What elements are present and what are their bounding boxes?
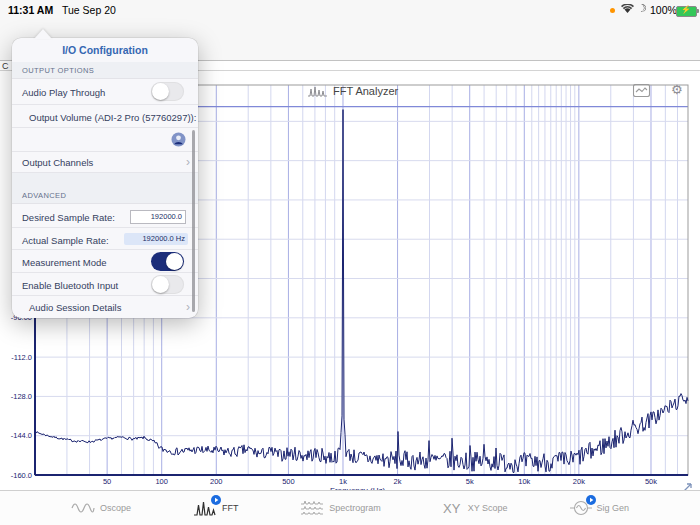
- desired-sample-rate-field[interactable]: 192000.0: [130, 210, 186, 224]
- do-not-disturb-moon-icon: ☾: [637, 2, 647, 15]
- tab-xy-scope[interactable]: XY XY Scope: [443, 499, 508, 517]
- output-volume-slider-row[interactable]: [12, 128, 198, 152]
- y-tick-label: -112.0: [1, 353, 32, 362]
- location-indicator-icon: [610, 8, 615, 13]
- clock-time: 11:31 AM: [8, 4, 53, 16]
- actual-sample-rate-value: 192000.0 Hz: [124, 233, 188, 245]
- x-tick-label: 50: [92, 477, 122, 486]
- x-tick-label: 100: [147, 477, 177, 486]
- x-tick-label: 20k: [564, 477, 594, 486]
- x-tick-label: 500: [273, 477, 303, 486]
- sig-gen-icon: [570, 499, 592, 517]
- tab-label: XY Scope: [468, 503, 508, 513]
- chart-style-button[interactable]: [633, 84, 650, 97]
- tab-label: Sig Gen: [597, 503, 630, 513]
- tab-label: FFT: [222, 503, 239, 513]
- battery-percent: 100%: [650, 4, 677, 16]
- charging-bolt-icon: ⚡: [681, 5, 691, 14]
- tab-oscope[interactable]: Oscope: [71, 499, 131, 517]
- desired-sample-rate-row: Desired Sample Rate: 192000.0: [12, 204, 198, 228]
- x-tick-label: 200: [201, 477, 231, 486]
- x-tick-label: 50k: [636, 477, 666, 486]
- audio-session-details-row[interactable]: Audio Session Details ›: [12, 296, 198, 318]
- measurement-mode-row: Measurement Mode: [12, 250, 198, 273]
- x-tick-label: 1k: [328, 477, 358, 486]
- tab-fft[interactable]: FFT: [193, 499, 239, 517]
- xy-icon: XY: [443, 499, 463, 517]
- fft-spectrum-icon: [193, 499, 217, 517]
- page-title: FFT Analyzer: [333, 85, 398, 97]
- chevron-right-icon: ›: [186, 300, 190, 314]
- enable-bluetooth-row: Enable Bluetooth Input: [12, 273, 198, 296]
- wifi-icon: [621, 4, 634, 14]
- oscope-sine-icon: [71, 499, 95, 517]
- output-channels-row[interactable]: Output Channels ›: [12, 152, 198, 173]
- io-configuration-popover: I/O Configuration OUTPUT OPTIONS Audio P…: [12, 38, 198, 318]
- running-play-badge: [586, 495, 596, 505]
- audio-play-through-row: Audio Play Through: [12, 79, 198, 105]
- main-toolbar: ADI-2 Pro (57760297) ⚙⚙ i: [0, 20, 700, 40]
- enable-bluetooth-toggle[interactable]: [151, 275, 184, 294]
- tab-label: Oscope: [100, 503, 131, 513]
- x-tick-label: 5k: [455, 477, 485, 486]
- x-tick-label: 2k: [383, 477, 413, 486]
- y-tick-label: -128.0: [1, 392, 32, 401]
- x-tick-label: 10k: [509, 477, 539, 486]
- audio-route-icon[interactable]: [171, 132, 186, 147]
- bottom-tab-bar: Oscope FFT Spectrogram XY XY Scope: [0, 490, 700, 525]
- status-bar: 11:31 AM Tue Sep 20 ☾ 100% ⚡: [0, 0, 700, 20]
- popover-scrollbar[interactable]: [192, 130, 195, 312]
- measurement-mode-toggle[interactable]: [151, 252, 184, 271]
- popover-title: I/O Configuration: [12, 38, 198, 63]
- fft-analyzer-icon: [308, 85, 328, 97]
- section-gap: [12, 173, 198, 188]
- y-tick-label: -160.0: [1, 471, 32, 480]
- svg-text:XY: XY: [443, 501, 461, 516]
- spectrogram-icon: [300, 499, 324, 517]
- tab-sig-gen[interactable]: Sig Gen: [570, 499, 630, 517]
- running-play-badge: [211, 495, 221, 505]
- tab-spectrogram[interactable]: Spectrogram: [300, 499, 381, 517]
- output-options-header: OUTPUT OPTIONS: [12, 62, 198, 79]
- output-volume-label-row: Output Volume (ADI-2 Pro (57760297)):: [12, 105, 198, 128]
- clock-date: Tue Sep 20: [62, 4, 116, 16]
- chart-settings-button[interactable]: ⚙: [671, 82, 683, 97]
- tab-label: Spectrogram: [329, 503, 381, 513]
- chevron-right-icon: ›: [186, 155, 190, 169]
- popover-arrow: [34, 29, 52, 39]
- advanced-header: ADVANCED: [12, 188, 198, 204]
- actual-sample-rate-row: Actual Sample Rate: 192000.0 Hz: [12, 228, 198, 250]
- y-tick-label: -144.0: [1, 431, 32, 440]
- audio-play-through-toggle[interactable]: [151, 82, 184, 101]
